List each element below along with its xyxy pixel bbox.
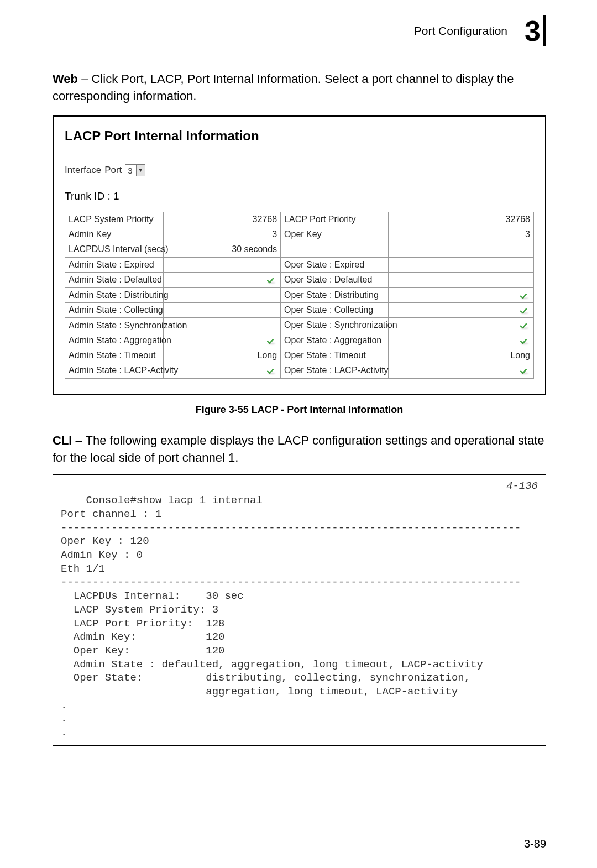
cell-label xyxy=(281,242,389,257)
cell-label: Admin State : Defaulted xyxy=(65,273,164,287)
table-row: LACPDUS Interval (secs) 30 seconds xyxy=(65,242,534,257)
chapter-number: 3 xyxy=(515,15,546,46)
chapter-number-box: 3 xyxy=(515,15,546,46)
cell-value xyxy=(164,273,281,287)
cli-instructions: CLI – The following example displays the… xyxy=(53,432,546,467)
cell-label: Oper State : Collecting xyxy=(281,302,389,317)
cell-label: Admin State : Aggregation xyxy=(65,333,164,348)
chevron-down-icon[interactable]: ▼ xyxy=(136,165,145,176)
cli-output: Console#show lacp 1 internal Port channe… xyxy=(61,494,521,739)
check-icon xyxy=(520,336,530,343)
table-row: Admin State : Collecting Oper State : Co… xyxy=(65,302,534,317)
section-title: Port Configuration xyxy=(414,23,507,39)
cell-value xyxy=(164,287,281,302)
table-row: LACP System Priority 32768 LACP Port Pri… xyxy=(65,212,534,227)
cell-value: Long xyxy=(164,348,281,363)
table-row: Admin Key 3 Oper Key 3 xyxy=(65,227,534,242)
interface-port-value: 3 xyxy=(125,165,135,176)
cell-label: Admin State : Timeout xyxy=(65,348,164,363)
table-row: Admin State : Aggregation Oper State : A… xyxy=(65,333,534,348)
cell-value xyxy=(389,242,534,257)
cell-label: Oper State : Expired xyxy=(281,257,389,272)
check-icon xyxy=(520,290,530,298)
table-row: Admin State : Synchronization Oper State… xyxy=(65,318,534,333)
cell-label: Admin State : Distributing xyxy=(65,287,164,302)
cli-label: CLI xyxy=(53,433,72,447)
cell-label: Admin State : LACP-Activity xyxy=(65,363,164,378)
check-icon xyxy=(267,275,277,283)
cell-label: Admin State : Expired xyxy=(65,257,164,272)
cell-label: Oper State : Defaulted xyxy=(281,273,389,287)
web-label: Web xyxy=(53,72,78,86)
cell-value: 30 seconds xyxy=(164,242,281,257)
cli-page-ref: 4-136 xyxy=(506,479,538,493)
page-header: Port Configuration 3 xyxy=(53,15,546,46)
table-row: Admin State : LACP-Activity Oper State :… xyxy=(65,363,534,378)
trunk-id-label: Trunk ID : 1 xyxy=(65,189,534,204)
page-number: 3-89 xyxy=(524,836,546,851)
cli-text: – The following example displays the LAC… xyxy=(53,433,544,464)
cell-value xyxy=(389,363,534,378)
table-row: Admin State : Expired Oper State : Expir… xyxy=(65,257,534,272)
cell-value xyxy=(389,318,534,333)
table-row: Admin State : Defaulted Oper State : Def… xyxy=(65,273,534,287)
check-icon xyxy=(267,365,277,373)
cell-value xyxy=(389,257,534,272)
cell-value xyxy=(389,287,534,302)
cell-label: Oper State : LACP-Activity xyxy=(281,363,389,378)
cell-value xyxy=(164,302,281,317)
screenshot-title: LACP Port Internal Information xyxy=(65,127,534,145)
cell-value: Long xyxy=(389,348,534,363)
cell-value: 32768 xyxy=(164,212,281,227)
check-icon xyxy=(520,305,530,313)
cell-label: LACP Port Priority xyxy=(281,212,389,227)
interface-label: Interface xyxy=(65,164,101,177)
cell-label: Oper State : Aggregation xyxy=(281,333,389,348)
lacp-table: LACP System Priority 32768 LACP Port Pri… xyxy=(65,212,534,379)
table-row: Admin State : Timeout Long Oper State : … xyxy=(65,348,534,363)
cell-label: Admin State : Collecting xyxy=(65,302,164,317)
cell-value xyxy=(389,333,534,348)
cell-label: Admin State : Synchronization xyxy=(65,318,164,333)
interface-port-label: Port xyxy=(104,164,122,177)
cell-value xyxy=(164,257,281,272)
table-row: Admin State : Distributing Oper State : … xyxy=(65,287,534,302)
cell-label: LACPDUS Interval (secs) xyxy=(65,242,164,257)
cli-output-box: 4-136Console#show lacp 1 internal Port c… xyxy=(53,474,546,746)
figure-caption: Figure 3-55 LACP - Port Internal Informa… xyxy=(53,403,546,417)
cell-value: 32768 xyxy=(389,212,534,227)
cell-value xyxy=(389,302,534,317)
check-icon xyxy=(520,365,530,373)
cell-value: 3 xyxy=(164,227,281,242)
web-instructions: Web – Click Port, LACP, Port Internal In… xyxy=(53,71,546,105)
cell-label: Oper State : Timeout xyxy=(281,348,389,363)
interface-port-select[interactable]: 3 ▼ xyxy=(125,164,145,176)
cell-label: Oper Key xyxy=(281,227,389,242)
cell-value xyxy=(164,333,281,348)
cell-label: Oper State : Synchronization xyxy=(281,318,389,333)
cell-value xyxy=(164,363,281,378)
check-icon xyxy=(520,320,530,328)
cell-value xyxy=(389,273,534,287)
check-icon xyxy=(267,336,277,343)
screenshot-panel: LACP Port Internal Information Interface… xyxy=(53,115,546,395)
web-text: – Click Port, LACP, Port Internal Inform… xyxy=(53,72,514,103)
cell-label: Admin Key xyxy=(65,227,164,242)
cell-value: 3 xyxy=(389,227,534,242)
cell-label: Oper State : Distributing xyxy=(281,287,389,302)
cell-label: LACP System Priority xyxy=(65,212,164,227)
